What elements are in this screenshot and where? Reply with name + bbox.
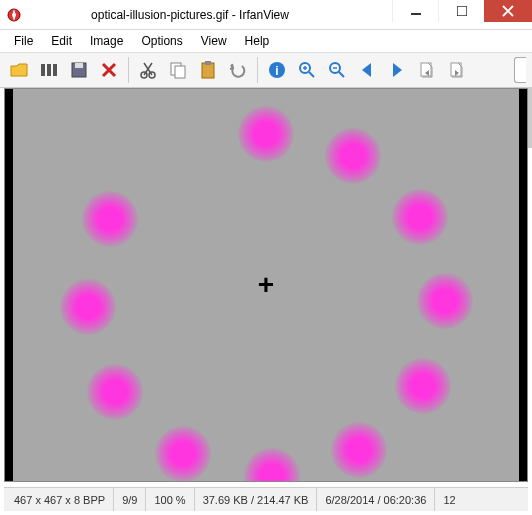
status-index: 12 — [435, 488, 463, 511]
status-frames: 9/9 — [114, 488, 146, 511]
search-input[interactable] — [514, 57, 526, 83]
menubar: File Edit Image Options View Help — [0, 30, 532, 52]
prev-button[interactable] — [354, 57, 380, 83]
toolbar: i — [0, 52, 532, 88]
svg-rect-3 — [41, 64, 45, 76]
prev-page-button[interactable] — [414, 57, 440, 83]
svg-rect-5 — [53, 64, 57, 76]
svg-rect-12 — [202, 63, 214, 78]
illusion-dot — [395, 358, 451, 414]
statusbar: 467 x 467 x 8 BPP 9/9 100 % 37.69 KB / 2… — [4, 487, 528, 511]
save-button[interactable] — [66, 57, 92, 83]
maximize-button[interactable] — [438, 0, 484, 22]
svg-rect-4 — [47, 64, 51, 76]
illusion-dot — [238, 106, 294, 162]
illusion-dot — [392, 189, 448, 245]
close-button[interactable] — [484, 0, 532, 22]
undo-button[interactable] — [225, 57, 251, 83]
window-buttons — [392, 0, 532, 29]
menu-image[interactable]: Image — [82, 32, 131, 50]
illusion-dot — [331, 422, 387, 478]
illusion-dot — [244, 448, 300, 481]
status-modified: 6/28/2014 / 06:20:36 — [317, 488, 435, 511]
menu-file[interactable]: File — [6, 32, 41, 50]
menu-view[interactable]: View — [193, 32, 235, 50]
toolbar-sep-2 — [257, 57, 258, 83]
app-icon — [6, 7, 22, 23]
status-size: 37.69 KB / 214.47 KB — [195, 488, 318, 511]
svg-text:i: i — [275, 64, 278, 78]
svg-rect-13 — [205, 61, 211, 65]
svg-rect-7 — [75, 63, 83, 68]
scrollbar-vertical[interactable] — [528, 88, 532, 148]
svg-rect-11 — [175, 66, 185, 78]
paste-button[interactable] — [195, 57, 221, 83]
illusion-dot — [155, 426, 211, 481]
svg-rect-2 — [457, 6, 467, 16]
zoom-in-button[interactable] — [294, 57, 320, 83]
menu-help[interactable]: Help — [237, 32, 278, 50]
svg-rect-1 — [411, 13, 421, 15]
image-canvas[interactable]: + — [4, 88, 528, 482]
illusion-dot — [60, 279, 116, 335]
fixation-cross: + — [258, 271, 274, 299]
cut-button[interactable] — [135, 57, 161, 83]
slideshow-button[interactable] — [36, 57, 62, 83]
window-title: optical-illusion-pictures.gif - IrfanVie… — [28, 8, 392, 22]
copy-button[interactable] — [165, 57, 191, 83]
illusion-dot — [87, 364, 143, 420]
next-page-button[interactable] — [444, 57, 470, 83]
zoom-out-button[interactable] — [324, 57, 350, 83]
delete-button[interactable] — [96, 57, 122, 83]
status-dimensions: 467 x 467 x 8 BPP — [6, 488, 114, 511]
displayed-image: + — [13, 89, 519, 481]
illusion-dot — [82, 191, 138, 247]
illusion-dot — [325, 128, 381, 184]
minimize-button[interactable] — [392, 0, 438, 22]
titlebar: optical-illusion-pictures.gif - IrfanVie… — [0, 0, 532, 30]
menu-edit[interactable]: Edit — [43, 32, 80, 50]
next-button[interactable] — [384, 57, 410, 83]
status-zoom: 100 % — [146, 488, 194, 511]
info-button[interactable]: i — [264, 57, 290, 83]
menu-options[interactable]: Options — [133, 32, 190, 50]
open-button[interactable] — [6, 57, 32, 83]
illusion-dot — [417, 273, 473, 329]
toolbar-sep-1 — [128, 57, 129, 83]
